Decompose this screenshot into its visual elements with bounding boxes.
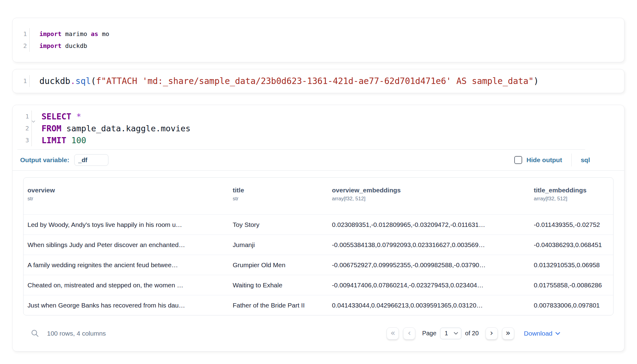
- table-cell: Grumpier Old Men: [229, 261, 328, 269]
- table-row[interactable]: Cheated on, mistreated and stepped on, t…: [24, 275, 613, 295]
- table-cell: When siblings Judy and Peter discover an…: [24, 241, 229, 249]
- code-text: duckdb.sql(f"ATTACH 'md:_share/sample_da…: [29, 75, 539, 87]
- code-editor-attach[interactable]: 1duckdb.sql(f"ATTACH 'md:_share/sample_d…: [13, 75, 624, 87]
- table-cell: -0.0055384138,0.07992093,0.023316627,0.0…: [328, 241, 530, 249]
- code-line[interactable]: 2FROM sample_data.kaggle.movies: [13, 122, 624, 134]
- table-row[interactable]: Led by Woody, Andy's toys live happily i…: [24, 214, 613, 235]
- table-cell: Cheated on, mistreated and stepped on, t…: [24, 282, 229, 289]
- code-cell-imports: 1import marimo as mo2import duckdb: [12, 18, 624, 62]
- table-cell: Just when George Banks has recovered fro…: [24, 302, 229, 309]
- prev-page-button[interactable]: ‹: [403, 327, 415, 340]
- table-cell: Jumanji: [229, 241, 328, 249]
- pagination: « ‹ Page 1 of 20 › » Download: [387, 327, 560, 340]
- line-number: 2: [13, 122, 31, 134]
- column-type: str: [27, 194, 229, 203]
- code-cell-attach: 1duckdb.sql(f"ATTACH 'md:_share/sample_d…: [12, 69, 624, 93]
- hide-output-label[interactable]: Hide output: [526, 156, 562, 164]
- table-header-row: overviewstrtitlestroverview_embeddingsar…: [24, 178, 613, 214]
- table-cell: 0.041433044,0.042966213,0.0039591365,0.0…: [328, 302, 530, 309]
- line-number: 1: [13, 28, 29, 40]
- table-row[interactable]: Just when George Banks has recovered fro…: [24, 295, 613, 315]
- code-line[interactable]: 1SELECT *: [13, 111, 624, 122]
- page-label: Page: [422, 330, 436, 337]
- code-line[interactable]: 1duckdb.sql(f"ATTACH 'md:_share/sample_d…: [13, 75, 624, 87]
- last-page-button[interactable]: »: [502, 327, 514, 340]
- code-text: LIMIT 100: [31, 134, 86, 146]
- page-number-select[interactable]: 1: [440, 328, 461, 339]
- output-bar: Output variable: Hide output sql: [13, 150, 624, 170]
- table-row[interactable]: When siblings Judy and Peter discover an…: [24, 235, 613, 255]
- line-number: 1: [13, 111, 31, 122]
- column-name: title: [233, 186, 328, 194]
- table-cell: -0.011439355,-0.02752: [530, 221, 613, 228]
- line-number: 1: [13, 75, 29, 87]
- column-name: overview: [27, 186, 229, 194]
- row-count-summary: 100 rows, 4 columns: [47, 330, 106, 337]
- table-footer: 100 rows, 4 columns « ‹ Page 1 of 20 › »…: [13, 315, 624, 351]
- sql-cell: 1SELECT *2FROM sample_data.kaggle.movies…: [12, 105, 624, 351]
- column-type: array[f32, 512]: [332, 194, 530, 203]
- table-body: Led by Woody, Andy's toys live happily i…: [24, 214, 613, 315]
- next-page-button[interactable]: ›: [486, 327, 498, 340]
- column-name: title_embeddings: [534, 186, 613, 194]
- marimo-notebook: 1import marimo as mo2import duckdb 1duck…: [12, 0, 624, 351]
- download-label: Download: [524, 330, 552, 337]
- search-icon[interactable]: [31, 329, 39, 337]
- code-text: FROM sample_data.kaggle.movies: [31, 122, 191, 134]
- code-editor-imports[interactable]: 1import marimo as mo2import duckdb: [13, 28, 624, 52]
- output-variable-label: Output variable:: [20, 156, 69, 164]
- download-button[interactable]: Download: [524, 330, 560, 337]
- line-number: 2: [13, 40, 29, 52]
- hide-output-checkbox[interactable]: [514, 156, 522, 164]
- code-text: import duckdb: [29, 40, 87, 52]
- dataframe-table: overviewstrtitlestroverview_embeddingsar…: [23, 177, 613, 315]
- table-cell: 0.023089351,-0.012809965,-0.03209472,-0.…: [328, 221, 530, 228]
- column-name: overview_embeddings: [332, 186, 530, 194]
- table-cell: 0.007833006,0.097801: [530, 302, 613, 309]
- table-cell: A family wedding reignites the ancient f…: [24, 261, 229, 269]
- column-header[interactable]: title_embeddingsarray[f32, 512]: [530, 186, 613, 214]
- page-number-value: 1: [445, 330, 448, 337]
- chevron-down-icon: [454, 332, 458, 335]
- first-page-button[interactable]: «: [387, 327, 399, 340]
- code-line[interactable]: 1import marimo as mo: [13, 28, 624, 40]
- vertical-divider: [571, 154, 572, 166]
- fold-chevron-down-icon[interactable]: [32, 115, 35, 127]
- table-cell: Father of the Bride Part II: [229, 302, 328, 309]
- column-header[interactable]: overview_embeddingsarray[f32, 512]: [328, 186, 530, 214]
- table-cell: -0.006752927,0.099952355,-0.009982588,-0…: [328, 261, 530, 269]
- table-cell: -0.040386293,0.068451: [530, 241, 613, 249]
- table-cell: Waiting to Exhale: [229, 282, 328, 289]
- code-line[interactable]: 3LIMIT 100: [13, 134, 624, 146]
- code-editor-sql[interactable]: 1SELECT *2FROM sample_data.kaggle.movies…: [13, 111, 624, 146]
- code-text: import marimo as mo: [29, 28, 109, 40]
- output-divider: [13, 170, 624, 171]
- language-badge[interactable]: sql: [581, 156, 590, 164]
- table-cell: 0.0132910535,0.06958: [530, 261, 613, 269]
- table-cell: -0.009417406,0.07860214,-0.023279453,0.0…: [328, 282, 530, 289]
- table-cell: Led by Woody, Andy's toys live happily i…: [24, 221, 229, 228]
- table-cell: Toy Story: [229, 221, 328, 228]
- column-type: str: [233, 194, 328, 203]
- table-cell: 0.01755858,-0.0086286: [530, 282, 613, 289]
- page-total-label: of 20: [465, 330, 479, 337]
- line-number: 3: [13, 134, 31, 146]
- chevron-down-icon: [555, 332, 560, 335]
- code-line[interactable]: 2import duckdb: [13, 40, 624, 52]
- code-text: SELECT *: [31, 111, 81, 122]
- column-header[interactable]: titlestr: [229, 186, 328, 214]
- column-header[interactable]: overviewstr: [24, 186, 229, 214]
- column-type: array[f32, 512]: [534, 194, 613, 203]
- output-variable-input[interactable]: [74, 154, 108, 166]
- table-row[interactable]: A family wedding reignites the ancient f…: [24, 255, 613, 275]
